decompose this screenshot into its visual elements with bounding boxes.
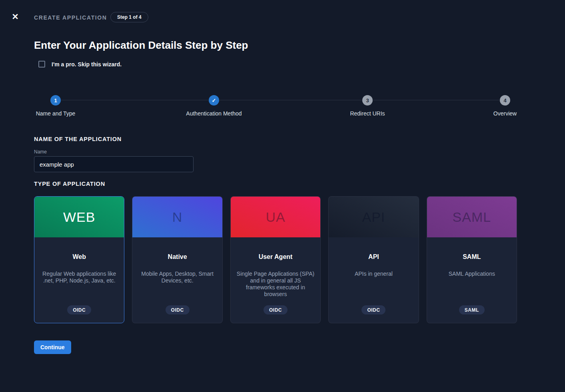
type-card-user-agent[interactable]: UA User Agent Single Page Applications (… [230,196,321,323]
stepper-step-overview[interactable]: 4 Overview [461,95,549,117]
protocol-badge: OIDC [166,305,190,314]
card-description: APIs in general [333,271,413,277]
step-label: Name and Type [36,110,76,117]
card-title: Web [34,253,124,261]
card-description: Single Page Applications (SPA) and in ge… [236,271,315,298]
create-application-wizard: ✕ CREATE APPLICATION Step 1 of 4 Enter Y… [0,0,565,392]
protocol-badge: OIDC [361,305,385,314]
type-card-native[interactable]: N Native Mobile Apps, Desktop, Smart Dev… [132,196,222,323]
step-badge: Step 1 of 4 [110,12,148,22]
card-description: SAML Applications [432,271,512,277]
user-agent-banner: UA [231,197,320,237]
api-banner: API [329,197,418,237]
card-title: Native [132,253,222,261]
type-card-api[interactable]: API API APIs in general OIDC [328,196,419,323]
step-label: Authentication Method [186,110,242,117]
card-title: API [329,253,418,261]
saml-banner: SAML [427,197,517,237]
skip-wizard-checkbox[interactable] [38,61,45,68]
application-name-input[interactable] [34,156,194,172]
stepper-step-authentication-method[interactable]: ✓ Authentication Method [170,95,258,117]
name-field-label: Name [34,149,47,155]
protocol-badge: OIDC [67,305,91,314]
wizard-heading: Enter Your Application Details Step by S… [34,39,248,52]
continue-button[interactable]: Continue [34,340,71,354]
skip-wizard-row[interactable]: I'm a pro. Skip this wizard. [38,61,122,68]
stepper-step-redirect-uris[interactable]: 3 Redirect URIs [323,95,411,117]
close-icon[interactable]: ✕ [10,11,21,22]
step-number-3: 3 [362,95,373,105]
protocol-badge: SAML [459,305,485,314]
step-number-4: 4 [500,95,510,105]
card-description: Regular Web applications like .net, PHP,… [39,271,119,284]
type-card-saml[interactable]: SAML SAML SAML Applications SAML [427,196,517,323]
step-label: Overview [493,110,517,117]
card-title: SAML [427,253,517,261]
skip-wizard-label: I'm a pro. Skip this wizard. [52,61,122,68]
type-card-web[interactable]: WEB Web Regular Web applications like .n… [34,196,124,323]
page-title: CREATE APPLICATION [34,14,107,21]
step-label: Redirect URIs [350,110,385,117]
step-number-1: 1 [50,95,61,105]
application-type-cards: WEB Web Regular Web applications like .n… [34,196,517,323]
type-section-title: TYPE OF APPLICATION [34,181,105,187]
check-icon: ✓ [209,95,219,105]
native-banner: N [132,197,222,237]
name-section-title: NAME OF THE APPLICATION [34,136,122,142]
card-title: User Agent [231,253,320,261]
card-description: Mobile Apps, Desktop, Smart Devices, etc… [137,271,217,284]
stepper-step-name-and-type[interactable]: 1 Name and Type [12,95,100,117]
protocol-badge: OIDC [264,305,287,314]
web-banner: WEB [34,197,124,237]
